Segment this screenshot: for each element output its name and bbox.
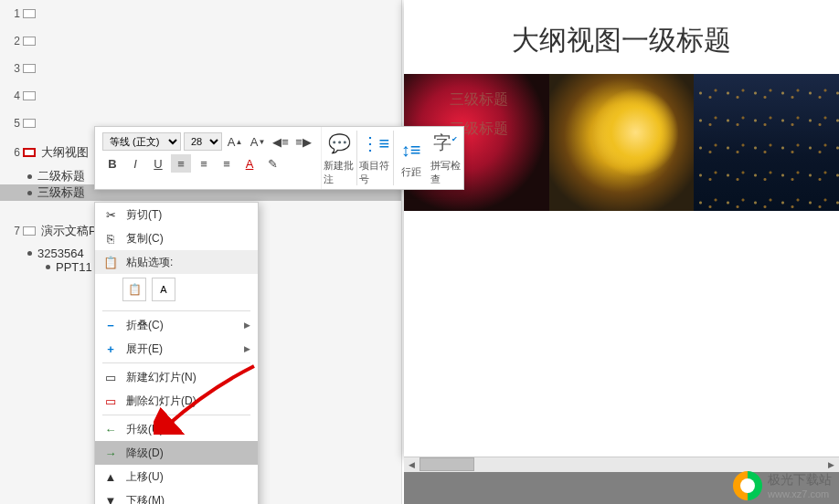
text-icon: A xyxy=(160,284,166,295)
font-size-select[interactable]: 28 xyxy=(184,132,222,151)
slide-number: 7 xyxy=(7,225,20,237)
font-color-button[interactable]: A xyxy=(239,154,260,173)
slide-thumb-box-active xyxy=(23,148,36,157)
slide-image-2[interactable] xyxy=(549,74,695,211)
comment-icon: 💬 xyxy=(325,131,353,156)
align-left-button[interactable]: ≡ xyxy=(171,154,191,173)
button-label: 新建批注 xyxy=(324,159,355,186)
line-spacing-button[interactable]: ↕≡行距 xyxy=(393,133,428,183)
slide-title-text: 大纲视图 xyxy=(41,144,89,161)
outline-sub-label: 二级标题 xyxy=(37,168,85,184)
outline-slide-4[interactable]: 4 xyxy=(0,82,401,110)
slide-thumb-box xyxy=(23,91,36,100)
cut-icon: ✂ xyxy=(102,206,119,223)
slide-number: 6 xyxy=(7,146,20,159)
submenu-arrow-icon: ▶ xyxy=(244,320,250,330)
bullet-icon xyxy=(27,174,32,179)
city-lights-graphic xyxy=(694,74,839,211)
slide-image-3[interactable] xyxy=(694,74,839,211)
bold-button[interactable]: B xyxy=(102,154,122,173)
menu-demote[interactable]: →降级(D) xyxy=(95,441,258,465)
paste-option-keep-source[interactable]: 📋 xyxy=(122,278,146,301)
new-comment-button[interactable]: 💬新建批注 xyxy=(322,127,356,190)
menu-delete-slide[interactable]: ▭删除幻灯片(D) xyxy=(95,389,258,413)
menu-label: 删除幻灯片(D) xyxy=(126,394,196,409)
outline-slide-2[interactable]: 2 xyxy=(0,27,401,55)
horizontal-scrollbar[interactable]: ◀ ▶ xyxy=(404,457,839,472)
paste-option-text-only[interactable]: A xyxy=(152,278,175,301)
arrow-right-icon: → xyxy=(102,445,119,461)
decrease-indent-button[interactable]: ◀≡ xyxy=(271,132,291,151)
menu-label: 展开(E) xyxy=(126,341,163,357)
outline-sub-label: 3253564 xyxy=(37,247,84,260)
menu-label: 下移(M) xyxy=(126,493,165,505)
italic-button[interactable]: I xyxy=(125,154,145,173)
slide-canvas[interactable]: 大纲视图一级标题 三级标题 三级标题 xyxy=(404,0,839,457)
menu-paste-header: 📋粘贴选项: xyxy=(95,250,258,274)
align-center-button[interactable]: ≡ xyxy=(194,154,214,173)
menu-collapse[interactable]: −折叠(C)▶ xyxy=(95,313,258,337)
bullet-icon xyxy=(46,265,50,269)
format-painter-button[interactable]: ✎ xyxy=(262,154,282,173)
button-label: 行距 xyxy=(401,165,421,179)
button-label: 项目符号 xyxy=(359,159,390,186)
menu-label: 上移(U) xyxy=(126,469,164,485)
scrollbar-track[interactable] xyxy=(420,457,823,473)
slide-number: 5 xyxy=(7,117,20,130)
align-right-button[interactable]: ≡ xyxy=(217,154,237,173)
menu-new-slide[interactable]: ▭新建幻灯片(N) xyxy=(95,365,258,389)
increase-font-button[interactable]: A▲ xyxy=(225,132,245,151)
underline-button[interactable]: U xyxy=(148,154,168,173)
spellcheck-button[interactable]: 字✔拼写检查 xyxy=(429,127,463,190)
slide-number: 3 xyxy=(7,62,20,75)
minus-icon: − xyxy=(102,317,119,333)
scroll-left-button[interactable]: ◀ xyxy=(404,457,420,473)
scroll-right-button[interactable]: ▶ xyxy=(823,457,839,473)
menu-promote[interactable]: ←升级(U) xyxy=(95,417,258,441)
outline-slide-3[interactable]: 3 xyxy=(0,55,401,82)
slide-number: 2 xyxy=(7,35,20,47)
slide-title[interactable]: 大纲视图一级标题 xyxy=(404,0,839,74)
menu-move-up[interactable]: ▲上移(U) xyxy=(95,465,258,488)
slide-number: 4 xyxy=(7,89,20,102)
slide-image-row: 三级标题 三级标题 xyxy=(404,74,839,211)
menu-separator xyxy=(102,415,250,415)
font-name-select[interactable]: 等线 (正文) xyxy=(102,132,181,151)
slide-subtext: 三级标题 xyxy=(450,90,508,110)
menu-expand[interactable]: +展开(E)▶ xyxy=(95,337,258,361)
paste-icon: 📋 xyxy=(102,254,119,270)
slide-thumb-box xyxy=(23,37,36,46)
slide-number: 1 xyxy=(7,7,20,20)
menu-cut[interactable]: ✂剪切(T) xyxy=(95,203,258,226)
watermark-url: www.xz7.com xyxy=(768,488,832,499)
arrow-down-icon: ▼ xyxy=(102,492,119,504)
slide-thumb-box xyxy=(23,119,36,128)
menu-label: 降级(D) xyxy=(126,446,164,461)
menu-label: 升级(U) xyxy=(126,422,164,437)
decrease-font-button[interactable]: A▼ xyxy=(248,132,268,151)
outline-sub-label: PPT11 xyxy=(56,260,92,274)
submenu-arrow-icon: ▶ xyxy=(244,344,250,353)
menu-label: 粘贴选项: xyxy=(126,255,173,270)
menu-move-down[interactable]: ▼下移(M) xyxy=(95,488,258,504)
increase-indent-button[interactable]: ≡▶ xyxy=(293,132,313,151)
bullets-button[interactable]: ⋮≡项目符号 xyxy=(357,127,392,190)
arrow-up-icon: ▲ xyxy=(102,468,119,485)
outline-slide-1[interactable]: 1 xyxy=(0,0,401,27)
menu-copy[interactable]: ⎘复制(C) xyxy=(95,226,258,250)
button-label: 拼写检查 xyxy=(430,159,462,186)
slide-thumb-box xyxy=(23,64,36,73)
menu-separator xyxy=(102,310,250,311)
menu-label: 复制(C) xyxy=(126,231,164,247)
watermark-logo-icon xyxy=(733,471,762,500)
outline-sub-label: 三级标题 xyxy=(37,184,85,201)
spellcheck-icon: 字✔ xyxy=(432,131,460,156)
copy-icon: ⎘ xyxy=(102,230,119,247)
plus-icon: + xyxy=(102,341,119,357)
menu-separator xyxy=(102,362,250,363)
watermark-name: 极光下载站 xyxy=(768,472,832,488)
scrollbar-thumb[interactable] xyxy=(420,457,474,471)
bullet-icon xyxy=(27,251,32,256)
mini-toolbar: 等线 (正文) 28 A▲ A▼ ◀≡ ≡▶ B I U ≡ ≡ ≡ A ✎ 💬… xyxy=(94,126,464,190)
slide-thumb-box xyxy=(23,226,36,236)
